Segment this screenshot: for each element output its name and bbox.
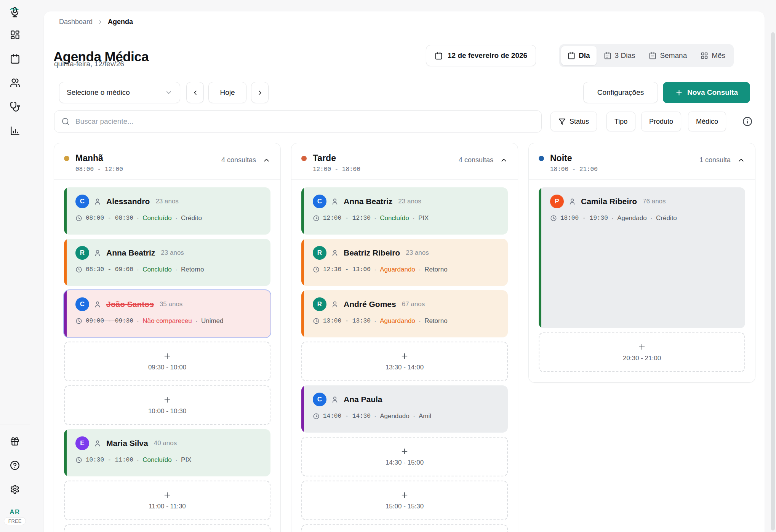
- column-time-range: 18:00 - 21:00: [550, 166, 598, 173]
- appointment-card[interactable]: CAlessandro23 anos08:00 - 08:30·Concluíd…: [64, 187, 270, 235]
- product-label: Crédito: [656, 214, 677, 222]
- appointment-card[interactable]: CJoão Santos35 anos09:00 - 09:30·Não com…: [64, 290, 270, 337]
- patient-age: 23 anos: [161, 249, 184, 257]
- bar-chart-icon: [10, 126, 20, 136]
- tab-dia[interactable]: Dia: [561, 46, 597, 65]
- patient-age: 76 anos: [643, 198, 666, 205]
- next-day-button[interactable]: [251, 82, 269, 103]
- column-header: Manhã08:00 - 12:004 consultas: [54, 143, 280, 180]
- main-panel: Dashboard Agenda Agenda Médica quinta-fe…: [44, 11, 765, 532]
- separator: ·: [195, 317, 198, 325]
- empty-slot-button[interactable]: 14:30 - 15:00: [301, 437, 508, 476]
- empty-slot-button[interactable]: 20:30 - 21:00: [539, 332, 745, 372]
- slot-time-label: 13:30 - 14:00: [386, 364, 424, 371]
- search-input[interactable]: [75, 117, 534, 126]
- today-button[interactable]: Hoje: [208, 82, 246, 103]
- sidebar-item-patients[interactable]: [7, 75, 23, 91]
- product-label: Retorno: [181, 266, 204, 273]
- status-label: Concluído: [142, 456, 172, 464]
- separator: ·: [374, 265, 376, 274]
- settings-button[interactable]: Configurações: [583, 82, 658, 103]
- patient-name: André Gomes: [344, 300, 396, 309]
- user-icon: [331, 300, 339, 308]
- tab-mes[interactable]: Mês: [694, 46, 732, 65]
- help-circle-icon: [10, 460, 20, 470]
- sidebar-item-reports[interactable]: [7, 123, 23, 139]
- empty-slot-button[interactable]: [64, 524, 270, 532]
- sidebar-nav: [7, 27, 23, 147]
- separator: ·: [374, 317, 376, 325]
- doctor-select[interactable]: Selecione o médico: [59, 82, 180, 103]
- filter-tipo[interactable]: Tipo: [606, 112, 635, 131]
- empty-slot-button[interactable]: 09:30 - 10:00: [64, 342, 270, 381]
- chevron-right-icon: [256, 89, 264, 96]
- sidebar-item-agenda[interactable]: [7, 51, 23, 67]
- appointment-card[interactable]: CAnna Beatriz23 anos12:00 - 12:30·Conclu…: [301, 187, 508, 235]
- tab-3-dias[interactable]: 3 Dias: [597, 46, 642, 65]
- sidebar-item-help[interactable]: [7, 457, 23, 473]
- info-button[interactable]: [739, 113, 755, 129]
- appointment-card[interactable]: RAnna Beatriz23 anos08:30 - 09:00·Conclu…: [64, 239, 270, 286]
- appointment-accent-bar: [301, 187, 304, 235]
- empty-slot-button[interactable]: [301, 524, 508, 532]
- empty-slot-button[interactable]: 10:00 - 10:30: [64, 385, 270, 425]
- product-label: PIX: [181, 456, 191, 464]
- sidebar-item-clinical[interactable]: [7, 99, 23, 115]
- slot-time-label: 09:30 - 10:00: [148, 364, 186, 371]
- empty-slot-button[interactable]: 15:00 - 15:30: [301, 481, 508, 520]
- prev-day-button[interactable]: [186, 82, 204, 103]
- chevron-up-icon: [500, 156, 508, 164]
- filter-label: Status: [570, 118, 589, 126]
- column-title: Tarde: [313, 153, 360, 163]
- filter-status[interactable]: Status: [550, 112, 597, 131]
- scrollbar[interactable]: [771, 32, 775, 530]
- appointment-card[interactable]: PCamila Ribeiro76 anos18:00 - 19:30·Agen…: [539, 187, 745, 328]
- patient-name: Ana Paula: [344, 395, 382, 404]
- appointment-card[interactable]: RAndré Gomes67 anos13:00 - 13:30·Aguarda…: [301, 290, 508, 337]
- status-label: Agendado: [380, 412, 410, 420]
- filter-produto[interactable]: Produto: [641, 112, 681, 131]
- separator: ·: [419, 317, 421, 325]
- filter-icon: [558, 118, 566, 125]
- breadcrumb-dashboard[interactable]: Dashboard: [59, 18, 93, 26]
- column-header: Tarde12:00 - 18:004 consultas: [291, 143, 518, 180]
- empty-slot-button[interactable]: 11:00 - 11:30: [64, 481, 270, 520]
- filter-medico[interactable]: Médico: [688, 112, 726, 131]
- avatar: C: [75, 297, 89, 311]
- appointment-accent-bar: [301, 239, 304, 286]
- tab-semana[interactable]: Semana: [642, 46, 693, 65]
- calendar-week-icon: [649, 52, 656, 59]
- sidebar-item-rewards[interactable]: [7, 433, 23, 449]
- product-label: Unimed: [201, 317, 224, 325]
- slot-time-label: 11:00 - 11:30: [149, 503, 186, 510]
- new-consult-button[interactable]: Nova Consulta: [663, 82, 750, 103]
- collapse-button[interactable]: [262, 156, 270, 164]
- separator: ·: [413, 412, 415, 420]
- collapse-button[interactable]: [500, 156, 508, 164]
- appointment-time: 12:30 - 13:00: [323, 266, 371, 273]
- collapse-button[interactable]: [737, 156, 745, 164]
- appointment-time: 10:30 - 11:00: [86, 457, 133, 463]
- view-switcher: Dia3 DiasSemanaMês: [559, 44, 734, 67]
- separator: ·: [374, 214, 376, 222]
- empty-slot-button[interactable]: 13:30 - 14:00: [301, 342, 508, 381]
- date-picker-button[interactable]: 12 de fevereiro de 2026: [426, 45, 536, 66]
- appointment-card[interactable]: RBeatriz Ribeiro23 anos12:30 - 13:00·Agu…: [301, 239, 508, 286]
- column-manha: Manhã08:00 - 12:004 consultasCAlessandro…: [54, 143, 281, 532]
- appointment-card[interactable]: EMaria Silva40 anos10:30 - 11:00·Concluí…: [64, 429, 270, 476]
- app-logo-mic-waveform-icon[interactable]: [9, 6, 21, 18]
- sidebar-item-dashboard[interactable]: [7, 27, 23, 43]
- plan-badge[interactable]: AR FREE: [4, 508, 26, 525]
- sidebar-item-settings[interactable]: [7, 481, 23, 497]
- appointment-card[interactable]: CAna Paula14:00 - 14:30·Agendado·Amil: [301, 385, 508, 433]
- grid-icon: [701, 52, 708, 59]
- chevron-down-icon: [165, 89, 173, 96]
- avatar: P: [550, 195, 564, 208]
- appointment-time: 12:00 - 12:30: [323, 215, 371, 222]
- column-count: 1 consulta: [699, 156, 731, 164]
- patient-name: João Santos: [106, 300, 154, 309]
- clock-icon: [313, 215, 320, 222]
- user-icon: [94, 300, 101, 308]
- patient-age: 23 anos: [155, 198, 179, 205]
- doctor-select-value: Selecione o médico: [67, 88, 130, 97]
